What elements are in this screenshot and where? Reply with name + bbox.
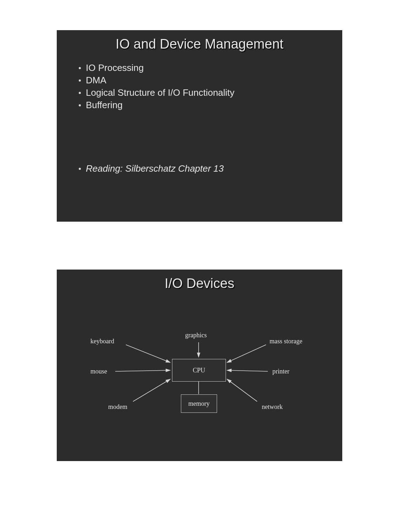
label-keyboard: keyboard bbox=[90, 338, 114, 345]
bullet-icon bbox=[79, 67, 81, 69]
slide-1: IO and Device Management IO Processing D… bbox=[57, 30, 342, 222]
cpu-box: CPU bbox=[172, 359, 226, 382]
memory-box: memory bbox=[181, 394, 217, 413]
slide-2-title: I/O Devices bbox=[57, 270, 342, 297]
label-printer: printer bbox=[272, 368, 289, 375]
bullet-text: DMA bbox=[86, 75, 106, 86]
svg-line-2 bbox=[133, 379, 170, 401]
slide-1-title: IO and Device Management bbox=[57, 30, 342, 57]
bullet-text: IO Processing bbox=[86, 62, 144, 73]
label-graphics: graphics bbox=[185, 332, 207, 339]
svg-line-0 bbox=[126, 345, 170, 362]
bullet-row: Logical Structure of I/O Functionality bbox=[79, 87, 321, 98]
bullet-text: Buffering bbox=[86, 100, 123, 111]
bullet-text: Logical Structure of I/O Functionality bbox=[86, 87, 234, 98]
svg-line-4 bbox=[227, 345, 266, 362]
svg-line-1 bbox=[115, 370, 170, 371]
reading-text: Reading: Silberschatz Chapter 13 bbox=[86, 163, 224, 174]
label-network: network bbox=[262, 403, 283, 411]
bullet-icon bbox=[79, 104, 81, 106]
io-devices-diagram: CPU memory keyboard mouse modem graphics… bbox=[57, 297, 342, 449]
bullet-icon bbox=[79, 168, 81, 170]
bullet-icon bbox=[79, 79, 81, 82]
label-modem: modem bbox=[108, 403, 127, 411]
reading-row: Reading: Silberschatz Chapter 13 bbox=[57, 163, 342, 174]
svg-line-5 bbox=[227, 370, 268, 371]
bullet-row: IO Processing bbox=[79, 62, 321, 73]
bullet-row: Buffering bbox=[79, 100, 321, 111]
page: IO and Device Management IO Processing D… bbox=[0, 0, 399, 532]
label-mouse: mouse bbox=[90, 368, 107, 375]
label-mass-storage: mass storage bbox=[270, 338, 302, 345]
bullet-row: DMA bbox=[79, 75, 321, 86]
slide-2: I/O Devices bbox=[57, 270, 342, 461]
svg-line-6 bbox=[227, 379, 257, 401]
bullet-icon bbox=[79, 92, 81, 94]
slide-1-bullets: IO Processing DMA Logical Structure of I… bbox=[57, 57, 342, 111]
